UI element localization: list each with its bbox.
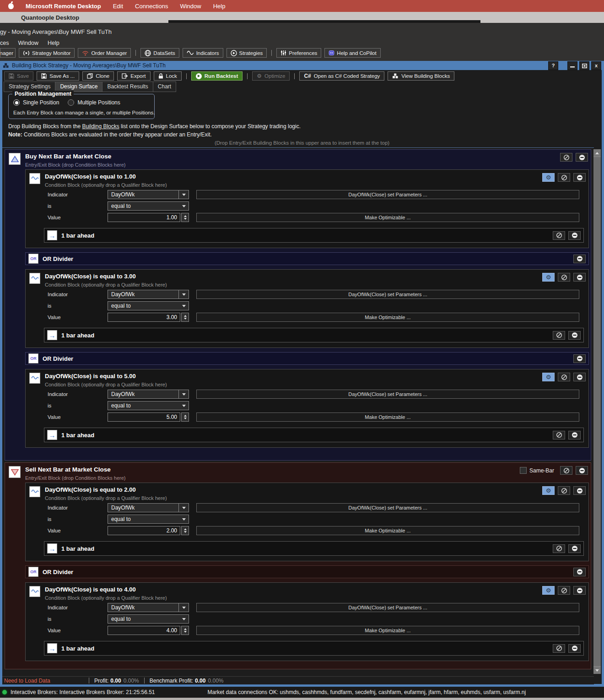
operator-dropdown[interactable]: equal to [108, 515, 189, 524]
sell-entry-block[interactable]: Sell Next Bar at Market Close Entry/Exit… [5, 462, 591, 669]
bar-ahead-block[interactable]: → 1 bar ahead [44, 428, 584, 442]
bar-ahead-remove-button[interactable] [568, 644, 581, 653]
bar-ahead-block[interactable]: → 1 bar ahead [44, 328, 584, 342]
scroll-up-button[interactable] [593, 149, 601, 157]
mac-menu-help[interactable]: Help [213, 3, 226, 10]
help-copilot-button[interactable]: Help and CoPilot [324, 48, 380, 58]
bar-ahead-block[interactable]: → 1 bar ahead [44, 641, 584, 656]
bar-ahead-block[interactable]: → 1 bar ahead [44, 228, 584, 243]
condition-settings-button[interactable]: ⚙ [542, 373, 555, 381]
mac-menu-connections[interactable]: Connections [135, 3, 168, 10]
bar-ahead-disable-button[interactable] [553, 431, 565, 440]
indicator-dropdown[interactable]: DayOfWk [108, 603, 189, 612]
value-input[interactable] [108, 313, 180, 322]
partial-manager-button[interactable]: nager [0, 48, 16, 58]
set-parameters-button[interactable]: DayOfWk(Close) set Parameters ... [196, 603, 579, 612]
value-input[interactable] [108, 412, 180, 422]
spinner-arrows[interactable] [181, 626, 189, 635]
clone-button[interactable]: Clone [82, 71, 114, 81]
operator-dropdown[interactable]: equal to [108, 301, 189, 310]
bar-ahead-remove-button[interactable] [568, 231, 581, 240]
condition-remove-button[interactable] [573, 373, 586, 381]
design-surface-scrollbar[interactable] [593, 149, 601, 674]
spinner-arrows[interactable] [181, 213, 189, 222]
window-minimize-button[interactable] [567, 61, 577, 70]
condition-settings-button[interactable]: ⚙ [542, 273, 555, 282]
multiple-positions-radio[interactable] [68, 99, 74, 106]
or-divider-block[interactable]: OR OR Divider [25, 565, 589, 578]
tab-backtest-results[interactable]: Backtest Results [102, 81, 153, 92]
buy-remove-button[interactable] [576, 153, 588, 162]
set-parameters-button[interactable]: DayOfWk(Close) set Parameters ... [196, 190, 579, 199]
spinner-arrows[interactable] [181, 526, 189, 535]
make-optimizable-button[interactable]: Make Optimizable ... [196, 213, 579, 222]
set-parameters-button[interactable]: DayOfWk(Close) set Parameters ... [196, 390, 579, 399]
condition-settings-button[interactable]: ⚙ [542, 486, 555, 495]
condition-disable-button[interactable] [558, 486, 570, 495]
condition-disable-button[interactable] [558, 373, 570, 381]
window-maximize-button[interactable] [579, 61, 589, 70]
or-divider-block[interactable]: OR OR Divider [25, 252, 589, 265]
bar-ahead-disable-button[interactable] [553, 644, 565, 653]
window-close-button[interactable]: x [591, 61, 601, 70]
building-blocks-link[interactable]: Building Blocks [82, 123, 119, 130]
strategy-monitor-button[interactable]: Strategy Monitor [19, 48, 75, 58]
sell-disable-button[interactable] [560, 466, 572, 475]
operator-dropdown[interactable]: equal to [108, 614, 189, 624]
mac-app-menu[interactable]: Microsoft Remote Desktop [26, 3, 101, 10]
order-manager-button[interactable]: Order Manager [78, 48, 131, 58]
value-input[interactable] [108, 626, 180, 635]
or-divider-block[interactable]: OR OR Divider [25, 352, 589, 365]
indicator-dropdown[interactable]: DayOfWk [108, 503, 189, 512]
single-position-radio[interactable] [13, 99, 20, 106]
make-optimizable-button[interactable]: Make Optimizable ... [196, 313, 579, 322]
optimize-button[interactable]: ⚙ Optimize [252, 71, 290, 81]
bar-ahead-remove-button[interactable] [568, 331, 581, 340]
condition-remove-button[interactable] [573, 173, 586, 182]
condition-block[interactable]: DayOfWk(Close) is equal to 2.00 Conditio… [25, 483, 589, 561]
condition-settings-button[interactable]: ⚙ [542, 586, 555, 595]
make-optimizable-button[interactable]: Make Optimizable ... [196, 412, 579, 422]
mac-menu-window[interactable]: Window [180, 3, 201, 10]
app-menu-help[interactable]: Help [48, 40, 59, 46]
condition-disable-button[interactable] [558, 273, 570, 282]
set-parameters-button[interactable]: DayOfWk(Close) set Parameters ... [196, 503, 579, 512]
window-titlebar[interactable]: Building Block Strategy - Moving Average… [0, 61, 604, 70]
export-button[interactable]: Export [117, 71, 150, 81]
preferences-button[interactable]: Preferences [276, 48, 321, 58]
view-building-blocks-button[interactable]: View Building Blocks [388, 71, 454, 81]
app-menu-window[interactable]: Window [18, 40, 38, 46]
sell-remove-button[interactable] [576, 466, 588, 475]
operator-dropdown[interactable]: equal to [108, 201, 189, 211]
bar-ahead-disable-button[interactable] [553, 544, 565, 553]
value-input[interactable] [108, 213, 180, 222]
datasets-button[interactable]: DataSets [140, 48, 179, 58]
condition-remove-button[interactable] [573, 486, 586, 495]
open-csharp-button[interactable]: C# Open as C# Coded Strategy [299, 71, 384, 81]
indicator-dropdown[interactable]: DayOfWk [108, 390, 189, 399]
buy-disable-button[interactable] [560, 153, 572, 162]
scrollbar-thumb[interactable] [593, 157, 601, 667]
make-optimizable-button[interactable]: Make Optimizable ... [196, 526, 579, 535]
spinner-arrows[interactable] [181, 412, 189, 422]
condition-block[interactable]: DayOfWk(Close) is equal to 1.00 Conditio… [25, 169, 589, 248]
make-optimizable-button[interactable]: Make Optimizable ... [196, 626, 579, 635]
indicator-dropdown[interactable]: DayOfWk [108, 190, 189, 199]
buy-entry-block[interactable]: Buy Next Bar at Market Close Entry/Exit … [5, 149, 591, 461]
strategies-button[interactable]: Strategies [226, 48, 267, 58]
run-backtest-button[interactable]: Run Backtest [191, 71, 243, 81]
condition-block[interactable]: DayOfWk(Close) is equal to 4.00 Conditio… [25, 582, 589, 661]
condition-block[interactable]: DayOfWk(Close) is equal to 3.00 Conditio… [25, 269, 589, 348]
condition-remove-button[interactable] [573, 273, 586, 282]
tab-chart[interactable]: Chart [153, 81, 176, 92]
condition-settings-button[interactable]: ⚙ [542, 173, 555, 182]
app-menu-partial[interactable]: ces [0, 40, 9, 46]
or-remove-button[interactable] [573, 255, 586, 263]
mac-menu-edit[interactable]: Edit [113, 3, 123, 10]
condition-disable-button[interactable] [558, 173, 570, 182]
spinner-arrows[interactable] [181, 313, 189, 322]
condition-block[interactable]: DayOfWk(Close) is equal to 5.00 Conditio… [25, 369, 589, 448]
condition-disable-button[interactable] [558, 586, 570, 595]
window-help-button[interactable]: ? [548, 61, 558, 70]
indicator-dropdown[interactable]: DayOfWk [108, 290, 189, 299]
